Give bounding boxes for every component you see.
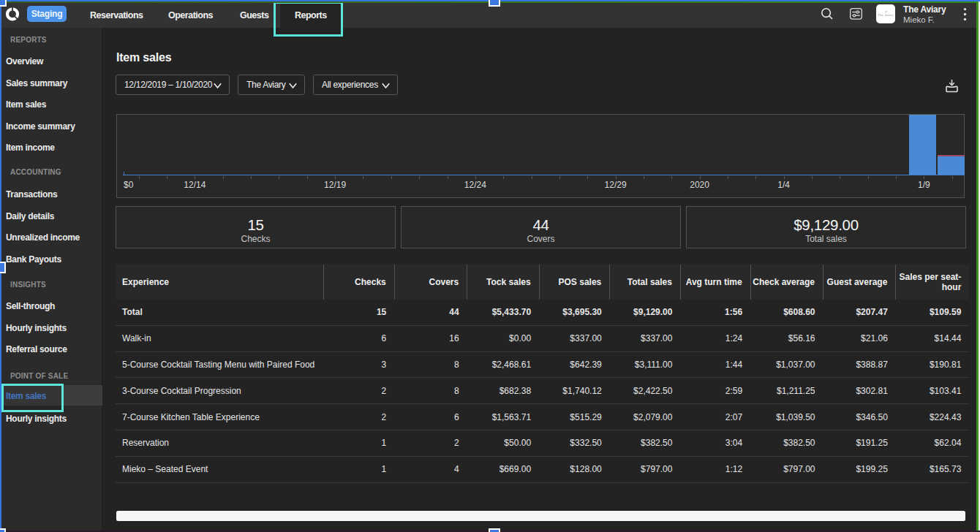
svg-text:The Aviary: The Aviary <box>878 13 894 17</box>
